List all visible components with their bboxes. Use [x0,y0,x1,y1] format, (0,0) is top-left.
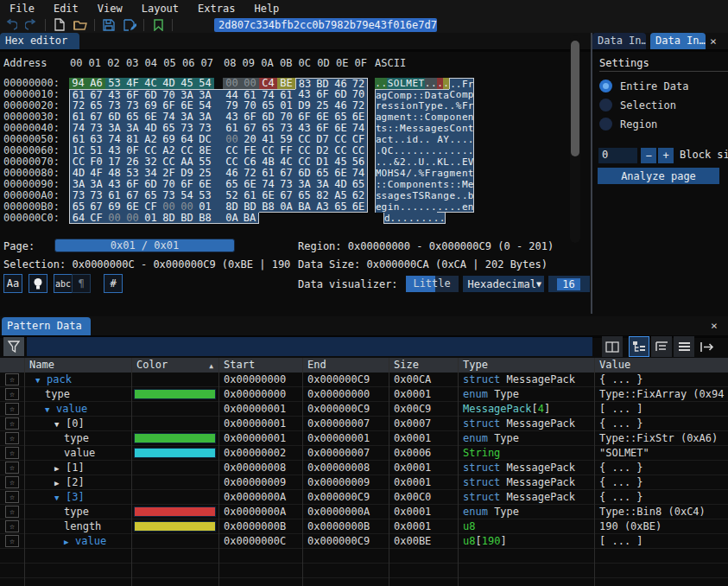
ascii-char[interactable]: . [468,134,474,145]
star-icon[interactable]: ☆ [5,491,19,503]
ascii-char[interactable]: . [462,145,468,156]
ascii-char[interactable]: o [394,179,400,190]
ascii-char[interactable]: L [443,156,449,168]
ascii-char[interactable]: s [412,123,418,134]
ascii-char[interactable]: e [406,123,412,134]
ascii-char[interactable]: s [394,100,400,111]
ascii-char[interactable]: K [437,156,443,168]
menu-item-extras[interactable]: Extras [188,1,244,16]
ascii-char[interactable]: . [406,156,412,168]
ascii-char[interactable]: E [462,156,468,168]
ascii-char[interactable]: . [443,145,449,156]
ascii-char[interactable]: n [394,201,400,213]
pattern-header-end[interactable]: End [302,358,389,373]
menu-item-view[interactable]: View [88,1,132,16]
ascii-char[interactable]: a [431,89,437,100]
ascii-char[interactable]: . [455,190,461,201]
ascii-char[interactable]: D [425,89,431,100]
ascii-char[interactable]: . [455,145,461,156]
pattern-row[interactable]: ☆▶value0x0000000C0x000000C90x00BEu8[190]… [0,534,728,549]
ascii-char[interactable] [431,134,437,145]
ascii-char[interactable]: r [375,100,381,111]
radio-circle-icon[interactable] [599,118,612,131]
hex-scrollbar[interactable] [570,35,580,243]
ascii-char[interactable]: . [412,145,418,156]
ascii-char[interactable]: A [437,134,443,145]
ascii-char[interactable]: S [394,168,400,179]
ascii-char[interactable]: . [431,156,437,168]
pattern-row[interactable]: ☆type0x0000000A0x0000000A0x0001enum Type… [0,505,728,519]
page-progress-bar[interactable]: 0x01 / 0x01 [54,239,235,252]
analyze-page-button[interactable]: Analyze page [598,168,719,184]
ascii-char[interactable]: . [437,145,443,156]
ascii-char[interactable]: : [375,179,381,190]
ascii-char[interactable]: o [394,89,400,100]
star-icon[interactable]: ☆ [5,417,19,430]
chevron-expanded-icon[interactable]: ▼ [54,491,66,504]
ascii-char[interactable]: . [412,201,418,213]
ascii-char[interactable]: M [400,123,406,134]
ascii-char[interactable]: : [455,179,461,190]
ascii-char[interactable]: V [468,156,474,168]
pattern-header-name[interactable]: Name [24,358,131,373]
ascii-char[interactable]: . [375,156,381,168]
ascii-char[interactable]: . [437,201,443,213]
ascii-char[interactable]: a [375,134,381,145]
ascii-char[interactable]: . [455,201,461,213]
ascii-char[interactable]: L [400,78,406,89]
hex-byte[interactable]: A3 [313,201,332,213]
hex-byte[interactable]: 00 [123,213,142,224]
star-icon[interactable]: ☆ [5,476,19,488]
save-as-icon[interactable] [119,17,140,32]
ascii-char[interactable]: s [443,179,449,190]
chevron-collapsed-icon[interactable]: ▶ [64,535,75,548]
ascii-char[interactable]: r [431,168,437,179]
hex-byte[interactable]: 4C [142,78,160,89]
ascii-char[interactable]: : [449,179,455,190]
star-icon[interactable]: ☆ [5,447,19,459]
ascii-char[interactable]: o [455,89,461,100]
hex-byte[interactable]: A6 [87,78,105,89]
ascii-char[interactable]: e [381,100,387,111]
star-icon[interactable]: ☆ [5,388,19,400]
ascii-char[interactable]: . [400,201,406,213]
pattern-row[interactable]: ☆▼[0]0x000000010x000000070x0007struct Me… [0,417,728,431]
pattern-header-start[interactable]: Start [218,358,302,373]
ascii-char[interactable]: t [387,134,393,145]
ascii-char[interactable]: . [449,134,455,145]
ascii-char[interactable]: e [462,201,468,213]
ascii-char[interactable]: : [418,111,424,123]
pattern-row[interactable]: ☆▼value0x000000010x000000C90x00C9Message… [0,402,728,417]
ascii-char[interactable]: / [406,168,412,179]
ascii-char[interactable]: M [462,179,468,190]
menu-item-layout[interactable]: Layout [132,1,188,16]
hex-byte[interactable]: 00 [241,78,259,89]
ascii-char[interactable]: p [468,89,474,100]
ascii-char[interactable]: s [375,190,381,201]
ascii-char[interactable]: p [431,100,437,111]
ascii-char[interactable]: . [394,145,400,156]
hex-byte[interactable]: 6E [350,201,368,213]
ascii-char[interactable]: O [381,168,387,179]
ascii-char[interactable]: : [381,179,387,190]
pattern-row[interactable]: ☆▶[2]0x000000090x000000090x0001struct Me… [0,475,728,490]
ascii-char[interactable]: . [440,213,446,224]
block-size-plus-button[interactable]: + [658,148,674,163]
ascii-char[interactable]: C [387,89,393,100]
ascii-char[interactable]: T [418,78,424,89]
ascii-char[interactable]: s [406,190,412,201]
ascii-char[interactable]: . [425,201,431,213]
ascii-char[interactable]: s [443,123,449,134]
ascii-char[interactable]: . [406,145,412,156]
hex-byte[interactable]: 0A [223,213,241,224]
ascii-char[interactable]: M [375,168,381,179]
save-icon[interactable] [98,17,119,32]
two-pane-view-icon[interactable] [602,336,623,357]
ascii-char[interactable]: e [425,179,431,190]
hex-byte[interactable]: 65 [332,201,350,213]
bookmark-icon[interactable] [148,17,168,32]
hex-byte[interactable]: 00 [105,213,123,224]
ascii-char[interactable]: % [455,100,461,111]
ascii-char[interactable]: n [468,201,474,213]
flatten-view-icon[interactable] [651,336,672,357]
